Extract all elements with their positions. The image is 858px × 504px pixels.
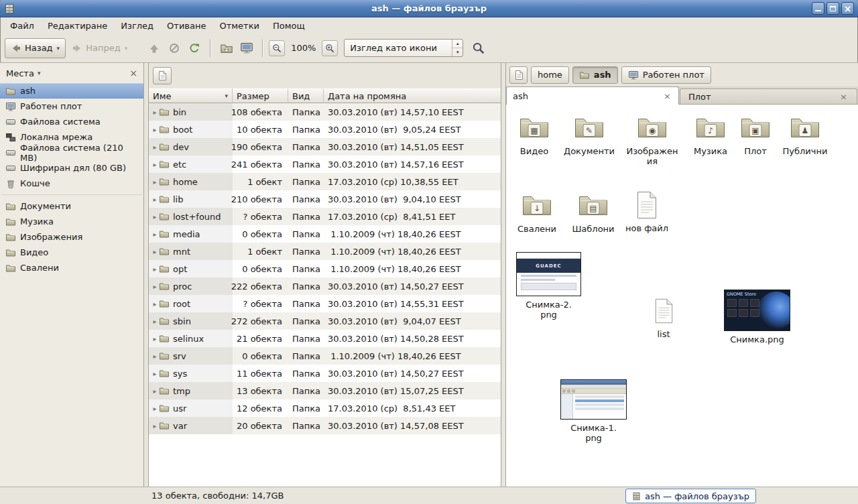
table-row[interactable]: ▸ srv 0 обекта Папка 1.10.2009 (чт) 18,4… (149, 347, 501, 365)
table-row[interactable]: ▸ selinux 21 обекта Папка 30.03.2010 (вт… (149, 330, 501, 347)
menubar-item[interactable]: Изглед (114, 19, 160, 32)
table-row[interactable]: ▸ dev 190 обекта Папка 30.03.2010 (вт) 1… (149, 138, 501, 155)
column-header-size[interactable]: Размер (233, 88, 288, 103)
back-button[interactable]: Назад ▾ (5, 38, 66, 58)
zoom-in-button[interactable] (322, 40, 338, 56)
zoom-out-button[interactable] (269, 40, 285, 56)
search-button[interactable] (469, 38, 489, 58)
spinner-down-icon[interactable]: ▾ (452, 48, 463, 56)
tab-ash[interactable]: ash × (506, 86, 679, 105)
table-row[interactable]: ▸ var 20 обекта Папка 30.03.2010 (вт) 14… (149, 417, 501, 434)
cell-modified: 30.03.2010 (вт) 14,57,16 EEST (324, 155, 501, 173)
column-header-name[interactable]: Име ▾ (149, 88, 233, 103)
expander-icon[interactable]: ▸ (151, 405, 159, 412)
expander-icon[interactable]: ▸ (151, 370, 159, 377)
expander-icon[interactable]: ▸ (151, 161, 159, 168)
close-button[interactable]: × (841, 2, 854, 15)
table-row[interactable]: ▸ lib 210 обекта Папка 30.03.2010 (вт) 9… (149, 190, 501, 208)
table-row[interactable]: ▸ tmp 13 обекта Папка 30.03.2010 (вт) 15… (149, 382, 501, 399)
icon-view[interactable]: Видео Документи (506, 105, 858, 487)
expander-icon[interactable]: ▸ (151, 335, 159, 342)
table-row[interactable]: ▸ media 0 обекта Папка 1.10.2009 (чт) 18… (149, 225, 501, 243)
pathbar-button-home[interactable]: home (531, 66, 569, 84)
expander-icon[interactable]: ▸ (151, 265, 159, 273)
expander-icon[interactable]: ▸ (151, 143, 159, 151)
icon-view-image-snimka1[interactable]: Снимка-1.png (560, 379, 627, 444)
pane-notes-button[interactable] (153, 67, 172, 84)
icon-view-file-list[interactable]: list (643, 296, 684, 340)
column-header-modified[interactable]: Дата на промяна (324, 88, 501, 103)
sidebar-title[interactable]: Места (6, 68, 34, 78)
pathbar-icon-button[interactable] (509, 66, 528, 84)
sidebar-item[interactable]: Музика (0, 214, 143, 229)
icon-view-image-snimka2[interactable]: GUADEC Снимка-2.png (515, 252, 582, 320)
computer-button[interactable] (237, 38, 257, 58)
expander-icon[interactable]: ▸ (151, 248, 159, 255)
table-row[interactable]: ▸ mnt 1 обект Папка 1.10.2009 (чт) 18,40… (149, 243, 501, 260)
sidebar-item[interactable]: Шифриран дял (80 GB) (0, 160, 143, 176)
titlebar[interactable]: ash — файлов браузър × (0, 0, 858, 17)
sidebar-close-button[interactable]: × (129, 68, 137, 78)
expander-icon[interactable]: ▸ (151, 109, 159, 116)
back-dropdown-icon[interactable]: ▾ (57, 45, 60, 52)
column-header-type[interactable]: Вид (288, 88, 324, 103)
table-row[interactable]: ▸ proc 222 обекта Папка 30.03.2010 (вт) … (149, 277, 501, 295)
menubar-item[interactable]: Отметки (212, 19, 265, 32)
expander-icon[interactable]: ▸ (151, 353, 159, 360)
reload-button[interactable] (184, 38, 204, 58)
table-row[interactable]: ▸ lost+found ? обекта Папка 17.03.2010 (… (149, 208, 501, 225)
expander-icon[interactable]: ▸ (151, 178, 159, 186)
menubar-item[interactable]: Редактиране (41, 19, 114, 32)
expander-icon[interactable]: ▸ (151, 283, 159, 290)
minimize-button[interactable] (812, 2, 824, 15)
forward-dropdown-icon[interactable]: ▾ (125, 45, 128, 52)
menubar-item[interactable]: Файл (3, 19, 41, 32)
expander-icon[interactable]: ▸ (151, 318, 159, 325)
table-row[interactable]: ▸ bin 108 обекта Папка 30.03.2010 (вт) 1… (149, 103, 501, 121)
sidebar-item[interactable]: Кошче (0, 176, 143, 191)
forward-button[interactable]: Напред ▾ (66, 38, 133, 58)
home-button[interactable] (217, 38, 237, 58)
sidebar-item[interactable]: Работен плот (0, 99, 143, 114)
menubar-item[interactable]: Отиване (160, 19, 212, 32)
up-button[interactable] (144, 38, 164, 58)
table-row[interactable]: ▸ etc 241 обекта Папка 30.03.2010 (вт) 1… (149, 155, 501, 173)
stop-button[interactable] (164, 38, 184, 58)
tab-plot[interactable]: Плот × (680, 88, 857, 104)
sidebar-item[interactable]: Файлова система (210 MB) (0, 145, 143, 160)
icon-view-image-snimka[interactable]: GNOME Store Снимка.png (723, 290, 791, 345)
expander-icon[interactable]: ▸ (151, 126, 159, 133)
menubar-item[interactable]: Помощ (266, 19, 312, 32)
expander-icon[interactable]: ▸ (151, 231, 159, 238)
pathbar-button-desktop[interactable]: Работен плот (621, 66, 711, 84)
pathbar-button-current[interactable]: ash (572, 66, 618, 84)
expander-icon[interactable]: ▸ (151, 196, 159, 203)
sidebar-item[interactable]: Изображения (0, 229, 143, 245)
expander-icon[interactable]: ▸ (151, 387, 159, 395)
sidebar-item[interactable]: Видео (0, 245, 143, 260)
sidebar-item[interactable]: Свалени (0, 260, 143, 275)
tab-close-icon[interactable]: × (839, 92, 849, 102)
taskbar-window-button[interactable]: ash — файлов браузър (625, 489, 756, 503)
table-row[interactable]: ▸ sbin 272 обекта Папка 30.03.2010 (вт) … (149, 312, 501, 330)
sidebar-item[interactable]: ash (0, 83, 143, 99)
maximize-button[interactable] (826, 2, 839, 15)
sidebar-item[interactable]: Файлова система (0, 114, 143, 129)
tab-close-icon[interactable]: × (662, 91, 672, 101)
expander-icon[interactable]: ▸ (151, 422, 159, 430)
sidebar-item[interactable]: Документи (0, 198, 143, 214)
table-row[interactable]: ▸ boot 10 обекта Папка 30.03.2010 (вт) 9… (149, 121, 501, 138)
sidebar-item-icon (5, 178, 16, 189)
view-mode-select[interactable]: Изглед като икони ▴ ▾ (344, 39, 463, 57)
sidebar-dropdown-icon[interactable]: ▾ (38, 70, 41, 76)
table-row[interactable]: ▸ usr 12 обекта Папка 17.03.2010 (ср) 8,… (149, 399, 501, 417)
sidebar-item[interactable] (1, 194, 142, 195)
icon-view-file-new[interactable]: нов файл (619, 190, 675, 234)
expander-icon[interactable]: ▸ (151, 213, 159, 220)
table-row[interactable]: ▸ root ? обекта Папка 30.03.2010 (вт) 14… (149, 295, 501, 312)
table-row[interactable]: ▸ home 1 обект Папка 17.03.2010 (ср) 10,… (149, 173, 501, 190)
expander-icon[interactable]: ▸ (151, 300, 159, 308)
table-row[interactable]: ▸ sys 11 обекта Папка 30.03.2010 (вт) 14… (149, 365, 501, 382)
spinner-up-icon[interactable]: ▴ (452, 40, 463, 48)
table-row[interactable]: ▸ opt 0 обекта Папка 1.10.2009 (чт) 18,4… (149, 260, 501, 277)
